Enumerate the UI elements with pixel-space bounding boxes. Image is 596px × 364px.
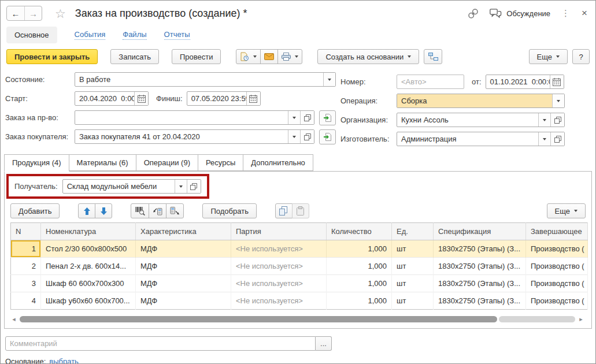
organization-field[interactable]: Кухни Ассоль <box>397 113 565 127</box>
manufacturer-field[interactable]: Администрация <box>397 132 565 146</box>
table-row[interactable]: 2 Пенал 2-х дв. 600х14... МДФ <Не исполь… <box>11 258 588 275</box>
back-button[interactable]: ← <box>7 6 24 20</box>
link-icon[interactable] <box>468 8 479 19</box>
cell-quantity[interactable]: 1,000 <box>327 275 392 292</box>
forward-button[interactable]: → <box>24 6 42 20</box>
number-input[interactable] <box>397 75 464 88</box>
production-order-field[interactable] <box>75 110 314 125</box>
comment-input[interactable] <box>6 337 315 350</box>
tab-files[interactable]: Файлы <box>123 30 146 40</box>
send-to-terminal-button[interactable] <box>166 203 184 218</box>
production-order-open-button[interactable] <box>300 111 314 124</box>
tab-events[interactable]: События <box>75 30 106 40</box>
table-row[interactable]: 3 Шкаф 60 600х700х300 МДФ <Не использует… <box>11 275 588 292</box>
cell-nomenclature[interactable]: Шкаф 60 600х700х300 <box>41 275 136 292</box>
table-row[interactable]: 1 Стол 2/30 600х800х500 МДФ <Не использу… <box>11 240 588 258</box>
scrollbar-track[interactable] <box>20 316 575 322</box>
finish-calendar-button[interactable] <box>246 92 260 105</box>
cell-batch[interactable]: <Не используется> <box>231 258 327 275</box>
send-email-button[interactable] <box>260 49 278 64</box>
production-order-dropdown-button[interactable] <box>288 111 300 124</box>
comment-expand-button[interactable]: ... <box>316 336 332 351</box>
customer-order-field[interactable]: Заказ покупателя 41 от 20.04.2020 <box>75 129 314 144</box>
copy-rows-button[interactable] <box>275 203 293 218</box>
receiver-open-button[interactable] <box>187 180 201 193</box>
favorite-star-icon[interactable]: ☆ <box>55 8 66 20</box>
cell-n[interactable]: 2 <box>11 258 41 275</box>
cell-characteristic[interactable]: МДФ <box>136 258 231 275</box>
cell-finishing[interactable]: Производство ( <box>526 258 588 275</box>
load-from-terminal-button[interactable] <box>149 203 166 218</box>
finish-field[interactable]: 07.05.2020 23:59 <box>187 91 261 106</box>
cell-batch[interactable]: <Не используется> <box>231 292 327 310</box>
customer-order-dropdown-button[interactable] <box>288 130 300 143</box>
cell-quantity[interactable]: 1,000 <box>327 292 392 310</box>
help-button[interactable]: ? <box>572 49 590 64</box>
cell-finishing[interactable]: Производство ( <box>526 292 588 310</box>
cell-specification[interactable]: 1830х2750 (Этапы) (З... <box>434 275 526 292</box>
fill-from-customer-order-button[interactable] <box>319 129 336 144</box>
cell-finishing[interactable]: Производство ( <box>526 240 588 258</box>
paste-rows-button[interactable] <box>292 203 309 218</box>
move-row-up-button[interactable] <box>78 203 95 218</box>
tab-main[interactable]: Основное <box>6 27 57 43</box>
operation-dropdown-button[interactable] <box>552 94 564 107</box>
cell-unit[interactable]: шт <box>392 275 434 292</box>
create-based-on-button[interactable]: Создать на основании <box>317 49 419 64</box>
cell-characteristic[interactable]: МДФ <box>136 240 231 258</box>
customer-order-open-button[interactable] <box>300 130 314 143</box>
move-row-down-button[interactable] <box>95 203 112 218</box>
state-dropdown-button[interactable] <box>323 73 335 86</box>
cell-unit[interactable]: шт <box>392 258 434 275</box>
doc-date-field[interactable]: 01.10.2021 0:00:00 <box>486 75 564 89</box>
cell-nomenclature[interactable]: Стол 2/30 600х800х500 <box>41 240 136 258</box>
cell-characteristic[interactable]: МДФ <box>136 292 231 310</box>
cell-quantity[interactable]: 1,000 <box>327 258 392 275</box>
basis-select-link[interactable]: выбрать <box>49 357 79 364</box>
print-button[interactable] <box>277 49 302 64</box>
related-documents-button[interactable] <box>424 49 442 64</box>
state-field[interactable]: В работе <box>75 72 336 87</box>
doc-date-calendar-button[interactable] <box>550 75 564 88</box>
organization-open-button[interactable] <box>550 113 564 127</box>
post-and-close-button[interactable]: Провести и закрыть <box>6 49 98 64</box>
tab-materials[interactable]: Материалы (6) <box>69 154 136 171</box>
tab-production[interactable]: Продукция (4) <box>4 154 69 172</box>
operation-field[interactable]: Сборка <box>397 94 565 108</box>
scan-barcode-button[interactable] <box>131 203 149 218</box>
scroll-right-arrow[interactable]: ▸ <box>578 316 584 322</box>
tab-operations[interactable]: Операции (9) <box>136 154 198 171</box>
table-row[interactable]: 4 Шкаф у60х60 600х700... МДФ <Не использ… <box>11 292 588 310</box>
receiver-field[interactable]: Склад модульной мебели <box>62 179 201 194</box>
cell-specification[interactable]: 1830х2750 (Этапы) (З... <box>434 258 526 275</box>
cell-unit[interactable]: шт <box>392 240 434 258</box>
start-calendar-button[interactable] <box>134 92 148 105</box>
cell-unit[interactable]: шт <box>392 292 434 310</box>
cell-n[interactable]: 4 <box>11 292 41 310</box>
kebab-menu-icon[interactable]: ⋮ <box>561 8 571 18</box>
cell-quantity[interactable]: 1,000 <box>327 240 392 258</box>
start-field[interactable]: 20.04.2020 0:00 <box>75 91 149 106</box>
table-more-button[interactable]: Еще <box>547 203 586 218</box>
organization-dropdown-button[interactable] <box>538 113 550 127</box>
discussion-button[interactable]: Обсуждение <box>490 9 550 18</box>
set-time-button[interactable] <box>236 49 261 64</box>
cell-batch[interactable]: <Не используется> <box>231 240 327 258</box>
cell-nomenclature[interactable]: Пенал 2-х дв. 600х14... <box>41 258 136 275</box>
close-icon[interactable]: × <box>582 8 587 19</box>
write-button[interactable]: Записать <box>110 49 159 64</box>
cell-n[interactable]: 1 <box>11 240 41 258</box>
tab-additional[interactable]: Дополнительно <box>243 154 313 171</box>
cell-n[interactable]: 3 <box>11 275 41 292</box>
cell-specification[interactable]: 1830х2750 (Этапы) (З... <box>434 292 526 310</box>
tab-resources[interactable]: Ресурсы <box>198 154 243 171</box>
cell-specification[interactable]: 1830х2750 (Этапы) (З... <box>434 240 526 258</box>
cell-finishing[interactable]: Производство ( <box>526 275 588 292</box>
number-field[interactable] <box>397 75 464 89</box>
manufacturer-dropdown-button[interactable] <box>538 132 550 146</box>
scrollbar-thumb[interactable] <box>20 316 497 322</box>
post-button[interactable]: Провести <box>172 49 221 64</box>
pick-button[interactable]: Подобрать <box>202 203 256 218</box>
tab-reports[interactable]: Отчеты <box>164 30 190 40</box>
cell-nomenclature[interactable]: Шкаф у60х60 600х700... <box>41 292 136 310</box>
